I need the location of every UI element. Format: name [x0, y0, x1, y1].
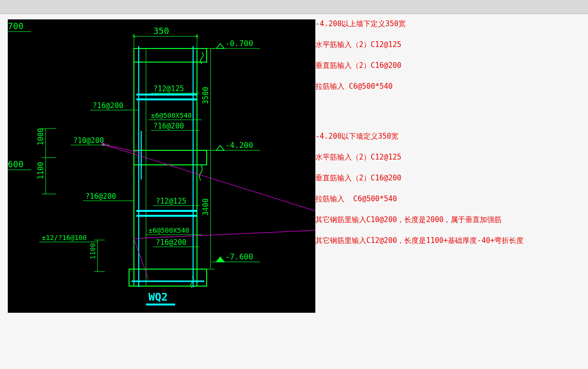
callout-lower-vbar: ?16@200	[156, 238, 186, 247]
break-symbol-mid	[199, 165, 202, 180]
callout-upper-vbar2: ?16@200	[153, 122, 184, 130]
note-s2-heading: -4.200以下墙定义350宽	[315, 132, 587, 141]
top-slab	[134, 48, 207, 62]
elev-mid-label: -4.200	[225, 141, 253, 150]
note-s1-heading: -4.200以上墙下定义350宽	[315, 19, 587, 29]
callout-upper-hbar: ?12@125	[153, 84, 184, 93]
note-s2-hbar: 水平筋输入（2）C12@125	[315, 153, 587, 162]
dim-label-3500: 3500	[201, 87, 210, 104]
note-s2-extra1: 其它钢筋里输入C10@200，长度是2000，属于垂直加强筋	[315, 215, 587, 225]
callout-upper-vbar: ?16@200	[93, 101, 123, 110]
annotation-panel: -4.200以上墙下定义350宽 水平筋输入（2）C12@125 垂直筋输入（2…	[315, 19, 587, 257]
dim-label-1000: 1000	[36, 128, 45, 145]
note-s1-vbar: 垂直筋输入（2）C16@200	[315, 61, 587, 70]
dim-label-1100: 1100	[36, 162, 45, 179]
cad-drawing-panel: 350 700 600 1000 1100 1100 3500 3400 -0.…	[8, 19, 315, 313]
dim-label-700: 700	[8, 21, 24, 31]
note-s1-tie: 拉筋输入 C6@500*540	[315, 82, 587, 91]
dim-label-1100b: 1100	[89, 243, 97, 259]
callout-mid-extra: ?10@200	[73, 136, 104, 145]
footing	[129, 269, 207, 286]
top-strip	[0, 0, 588, 14]
note-s2-vbar: 垂直筋输入（2）C16@200	[315, 174, 587, 183]
elev-top-label: -0.700	[225, 39, 253, 48]
callout-upper-tie: ±6@500X540	[151, 112, 192, 119]
elev-bot-label: -7.600	[225, 252, 253, 261]
elev-top-tri	[216, 44, 224, 48]
drawing-title: WQ2	[148, 291, 168, 303]
elev-mid-tri	[216, 145, 224, 150]
dim-label-600: 600	[8, 159, 24, 169]
note-s1-hbar: 水平筋输入（2）C12@125	[315, 40, 587, 49]
callout-lower-hbar-side: ?16@200	[85, 192, 116, 201]
callout-lower-tie: ±6@500X540	[148, 226, 189, 234]
leader-line-1a	[103, 144, 141, 153]
note-s2-tie: 拉筋输入 C6@500*540	[315, 194, 587, 204]
dim-label-350: 350	[153, 26, 169, 36]
callout-bottom-extra: ±12/?16@100	[42, 234, 87, 241]
elev-bot-tri	[216, 257, 224, 262]
cad-drawing-svg: 350 700 600 1000 1100 1100 3500 3400 -0.…	[8, 19, 315, 313]
callout-lower-hbar: ?12@125	[156, 197, 186, 206]
note-s2-extra2: 其它钢筋里输入C12@200，长度是1100+基础厚度-40+弯折长度	[315, 236, 587, 245]
dim-label-3400: 3400	[201, 198, 210, 216]
